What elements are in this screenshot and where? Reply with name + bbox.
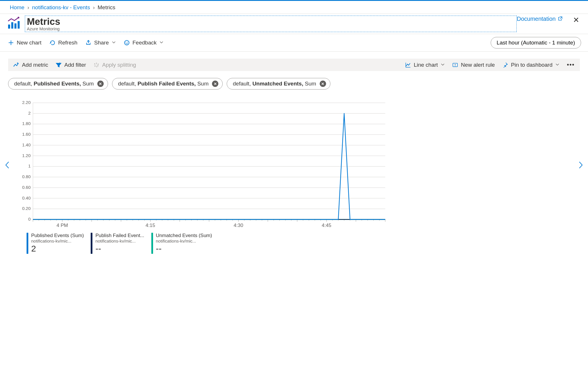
documentation-link[interactable]: Documentation: [517, 16, 563, 22]
nav-next-button[interactable]: [575, 158, 586, 174]
svg-point-9: [15, 64, 16, 65]
plus-icon: [8, 40, 14, 46]
chevron-right-icon: ›: [93, 4, 95, 11]
remove-pill-button[interactable]: ✕: [320, 81, 326, 87]
svg-rect-3: [18, 21, 20, 29]
svg-text:1.80: 1.80: [22, 121, 31, 126]
legend-color-swatch: [151, 233, 153, 254]
svg-text:4 PM: 4 PM: [57, 223, 68, 228]
svg-point-12: [96, 63, 97, 64]
metric-pill[interactable]: default, Publish Failed Events, Sum ✕: [112, 78, 223, 90]
svg-text:0.40: 0.40: [22, 195, 31, 200]
chart-type-dropdown[interactable]: Line chart: [405, 62, 445, 68]
metric-pill[interactable]: default, Unmatched Events, Sum ✕: [227, 78, 330, 90]
breadcrumb-home[interactable]: Home: [10, 4, 25, 11]
svg-point-11: [94, 63, 95, 64]
legend-item[interactable]: Publish Failed Event... notifications-kv…: [91, 233, 144, 254]
legend-color-swatch: [27, 233, 28, 254]
legend-color-swatch: [91, 233, 92, 254]
smiley-icon: [124, 40, 130, 46]
close-icon: ✕: [99, 82, 102, 86]
add-filter-button[interactable]: Add filter: [56, 62, 86, 68]
page-title: Metrics: [27, 16, 515, 27]
breadcrumb: Home › notifications-kv - Events › Metri…: [0, 1, 588, 14]
svg-point-4: [18, 17, 19, 18]
share-icon: [85, 40, 91, 46]
svg-point-8: [14, 66, 14, 66]
ellipsis-icon: •••: [567, 62, 575, 68]
svg-text:4:15: 4:15: [146, 223, 155, 228]
metric-pills: default, Published Events, Sum ✕ default…: [8, 78, 580, 90]
add-metric-button[interactable]: Add metric: [13, 62, 48, 68]
metric-pill[interactable]: default, Published Events, Sum ✕: [8, 78, 108, 90]
breadcrumb-current: Metrics: [98, 4, 115, 11]
pin-icon: [502, 62, 508, 68]
chevron-down-icon: [159, 40, 163, 46]
svg-point-5: [124, 40, 129, 45]
close-icon: ✕: [321, 82, 324, 86]
external-link-icon: [558, 16, 563, 22]
svg-text:0.60: 0.60: [22, 185, 31, 190]
breadcrumb-resource[interactable]: notifications-kv - Events: [32, 4, 90, 11]
share-button[interactable]: Share: [85, 40, 116, 46]
svg-point-16: [97, 65, 98, 66]
pin-to-dashboard-button[interactable]: Pin to dashboard: [502, 62, 559, 68]
line-chart: 2.2021.801.601.401.2010.800.600.400.2004…: [18, 101, 388, 231]
line-chart-icon: [405, 62, 411, 68]
more-options-button[interactable]: •••: [567, 62, 575, 68]
new-alert-rule-button[interactable]: New alert rule: [452, 62, 495, 68]
close-icon: ✕: [214, 82, 217, 86]
chevron-down-icon: [112, 40, 116, 46]
refresh-button[interactable]: Refresh: [50, 40, 78, 46]
legend-item[interactable]: Published Events (Sum) notifications-kv/…: [27, 233, 84, 254]
svg-text:1.60: 1.60: [22, 132, 31, 137]
svg-point-6: [126, 42, 126, 42]
new-chart-button[interactable]: New chart: [8, 40, 42, 46]
add-metric-icon: [13, 62, 19, 68]
filter-icon: [56, 62, 62, 68]
nav-prev-button[interactable]: [2, 158, 13, 174]
svg-point-10: [16, 65, 17, 66]
page-header: Metrics Azure Monitoring Documentation ✕: [0, 14, 588, 34]
svg-text:0: 0: [28, 217, 31, 221]
split-icon: [94, 62, 99, 68]
remove-pill-button[interactable]: ✕: [212, 81, 218, 87]
chevron-down-icon: [441, 62, 445, 68]
chart-container: 2.2021.801.601.401.2010.800.600.400.2004…: [7, 101, 581, 231]
svg-rect-1: [11, 22, 13, 29]
chevron-down-icon: [555, 62, 559, 68]
svg-point-18: [455, 66, 455, 66]
apply-splitting-button: Apply splitting: [94, 62, 136, 68]
svg-text:1: 1: [28, 164, 31, 169]
feedback-button[interactable]: Feedback: [124, 40, 163, 46]
chevron-left-icon: [5, 162, 10, 171]
command-bar: New chart Refresh Share Feedback Last ho…: [0, 34, 588, 52]
svg-rect-2: [14, 23, 16, 29]
svg-rect-0: [8, 25, 10, 29]
svg-text:0.20: 0.20: [22, 206, 31, 211]
remove-pill-button[interactable]: ✕: [97, 81, 104, 87]
metrics-icon: [7, 17, 20, 31]
svg-text:0.80: 0.80: [22, 174, 31, 179]
chart-toolbar: Add metric Add filter Apply splitting Li…: [8, 59, 580, 71]
chevron-right-icon: ›: [27, 4, 29, 11]
close-icon: ✕: [573, 16, 579, 24]
svg-point-15: [96, 66, 97, 67]
svg-text:4:45: 4:45: [322, 223, 331, 228]
legend-item[interactable]: Unmatched Events (Sum) notifications-kv/…: [151, 233, 212, 254]
refresh-icon: [50, 40, 55, 46]
page-subtitle: Azure Monitoring: [27, 26, 515, 31]
alert-icon: [452, 62, 458, 68]
chart-legend: Published Events (Sum) notifications-kv/…: [27, 233, 570, 254]
svg-text:2.20: 2.20: [22, 100, 31, 105]
close-button[interactable]: ✕: [571, 16, 581, 25]
svg-text:4:30: 4:30: [234, 223, 243, 228]
time-range-picker[interactable]: Last hour (Automatic - 1 minute): [491, 37, 581, 49]
svg-text:1.20: 1.20: [22, 153, 31, 158]
svg-point-13: [98, 64, 98, 64]
chart-area: Add metric Add filter Apply splitting Li…: [0, 52, 588, 257]
svg-point-7: [127, 42, 128, 42]
svg-text:1.40: 1.40: [22, 142, 31, 147]
svg-text:2: 2: [28, 111, 31, 115]
svg-point-14: [94, 66, 95, 66]
